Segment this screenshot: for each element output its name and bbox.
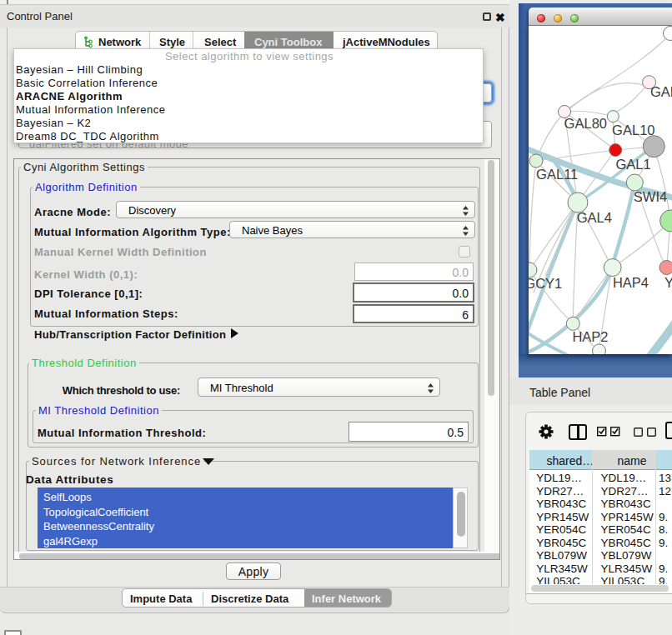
svg-text:GAL4: GAL4 (577, 210, 612, 225)
svg-text:GCY1: GCY1 (529, 276, 562, 291)
svg-text:GAL11: GAL11 (536, 167, 578, 182)
svg-text:GAL7: GAL7 (650, 84, 672, 99)
svg-text:GAL80: GAL80 (564, 116, 607, 131)
svg-text:GAL10: GAL10 (612, 122, 654, 138)
svg-text:HAP2: HAP2 (572, 329, 608, 344)
svg-text:GAL1: GAL1 (615, 157, 650, 172)
svg-text:SWI4: SWI4 (634, 189, 667, 204)
svg-text:Y: Y (664, 275, 672, 290)
svg-text:HAP4: HAP4 (613, 275, 649, 290)
